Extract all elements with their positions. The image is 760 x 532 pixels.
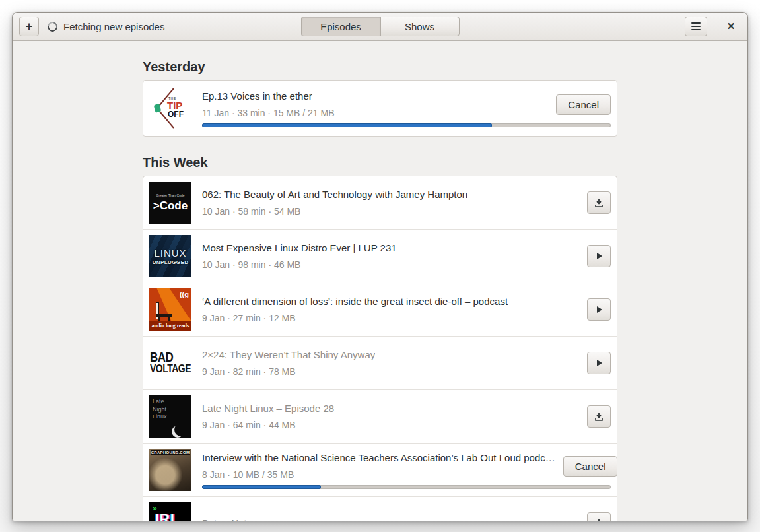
- play-icon: [594, 304, 604, 315]
- podcast-cover-audio-long-reads: ((g audio long reads: [149, 288, 191, 331]
- play-icon: [594, 251, 604, 261]
- podcast-cover-the-tip-off: THE TIP OFF: [149, 87, 191, 129]
- download-episode-button[interactable]: [587, 512, 611, 521]
- episode-row-guardian: ((g audio long reads: [143, 283, 617, 336]
- code-logo-top: Greater Than Code: [156, 193, 185, 197]
- hamburger-icon: [691, 22, 701, 30]
- headerbar-separator: [714, 18, 714, 35]
- lnl-logo-line2: Night: [153, 406, 191, 414]
- close-window-button[interactable]: ✕: [721, 17, 741, 36]
- crescent-moon-icon: [174, 423, 188, 436]
- cancel-download-button[interactable]: Cancel: [563, 456, 618, 477]
- tipoff-logo-off: OFF: [168, 110, 184, 118]
- podcast-cover-bad-voltage: BAD VOLTAGE: [149, 342, 191, 384]
- menu-button[interactable]: [685, 17, 707, 36]
- headerbar-right: ✕: [685, 17, 741, 36]
- episode-title: Interview with the National Science Teac…: [202, 451, 555, 465]
- code-logo-main: >Code: [153, 199, 188, 213]
- download-progress-fill: [202, 485, 321, 489]
- this-week-card: Greater Than Code >Code 062: The Beauty …: [143, 176, 617, 521]
- download-progressbar: [202, 485, 611, 489]
- episode-title: Most Expensive Linux Distro Ever | LUP 2…: [202, 242, 397, 255]
- lup-logo-line1: LINUX: [154, 248, 186, 259]
- add-podcast-button[interactable]: +: [19, 17, 39, 36]
- loading-spinner-icon: [46, 20, 59, 33]
- section-heading-yesterday: Yesterday: [143, 59, 617, 75]
- podcast-cover-greater-than-code: Greater Than Code >Code: [149, 182, 191, 224]
- play-episode-button[interactable]: [587, 245, 611, 267]
- episode-meta: 9 Jan · 27 min · 12 MB: [202, 312, 508, 324]
- plus-icon: +: [26, 20, 33, 34]
- episode-row-badvoltage: BAD VOLTAGE 2×24: They Weren’t That Shin…: [143, 336, 617, 389]
- episode-row-craphound: CRAPHOUND.COM Interview with the Nationa…: [143, 443, 617, 496]
- cancel-button-label: Cancel: [575, 461, 606, 472]
- episode-row-lup: LINUX UNPLUGGED Most Expensive Linux Dis…: [143, 229, 617, 283]
- episodes-scroll-area[interactable]: Yesterday THE TIP OFF: [13, 41, 747, 521]
- lnl-logo-line3: Linux: [153, 413, 191, 421]
- tab-shows-label: Shows: [405, 21, 434, 32]
- episode-meta: 11 Jan · 33 min · 15 MB / 21 MB: [202, 107, 335, 119]
- download-progress-fill: [202, 123, 492, 127]
- download-icon: [594, 197, 604, 208]
- podcast-cover-craphound: CRAPHOUND.COM: [149, 449, 191, 491]
- tipoff-logo-tip: TIP: [167, 100, 184, 110]
- episode-meta: 10 Jan · 98 min · 46 MB: [202, 259, 397, 271]
- episode-row-latenightlinux: Late Night Linux Late Night Linux – Epis…: [143, 389, 617, 443]
- episode-meta: 9 Jan · 82 min · 78 MB: [202, 366, 375, 378]
- episode-meta: 9 Jan · 64 min · 44 MB: [202, 419, 334, 431]
- episodes-page: Yesterday THE TIP OFF: [143, 59, 617, 521]
- episode-title: 062: The Beauty of Art and Technology wi…: [202, 188, 467, 201]
- download-progressbar: [202, 123, 611, 127]
- headerbar: + Fetching new episodes Episodes Shows ✕: [13, 13, 747, 41]
- app-window: + Fetching new episodes Episodes Shows ✕: [12, 12, 748, 521]
- guardian-band-label: audio long reads: [149, 321, 191, 331]
- lup-logo-line2: UNPLUGGED: [153, 259, 189, 265]
- tab-episodes[interactable]: Episodes: [301, 17, 380, 36]
- cancel-download-button[interactable]: Cancel: [556, 94, 611, 115]
- download-icon: [594, 411, 604, 422]
- section-heading-this-week: This Week: [143, 155, 617, 170]
- episode-title: Ep.13 Voices in the ether: [202, 90, 335, 103]
- download-episode-button[interactable]: [587, 191, 611, 214]
- guardian-roundel-icon: ((g: [180, 290, 189, 298]
- play-episode-button[interactable]: [587, 352, 611, 374]
- cancel-button-label: Cancel: [568, 99, 599, 110]
- tab-episodes-label: Episodes: [320, 21, 361, 32]
- craphound-band-label: CRAPHOUND.COM: [151, 450, 190, 455]
- episode-row-tipoff: THE TIP OFF Ep.13 Voices in the ether 11…: [143, 81, 617, 136]
- podcast-cover-irl: » IRL: [149, 502, 191, 521]
- play-icon: [594, 358, 604, 368]
- episode-title: Late Night Linux – Episode 28: [202, 402, 334, 415]
- badvoltage-logo-line2: VOLTAGE: [150, 362, 191, 374]
- episode-title: ‘A different dimension of loss’: inside …: [202, 295, 508, 308]
- chair-icon: [152, 301, 174, 323]
- status-text: Fetching new episodes: [63, 21, 164, 32]
- scroll-undershoot-indicator: [13, 519, 747, 519]
- podcast-cover-linux-unplugged: LINUX UNPLUGGED: [149, 235, 191, 277]
- download-episode-button[interactable]: [587, 405, 611, 428]
- episode-title: 2×24: They Weren’t That Shiny Anyway: [202, 349, 375, 362]
- lnl-logo-line1: Late: [153, 398, 191, 406]
- episode-meta: 10 Jan · 58 min · 54 MB: [202, 205, 467, 217]
- episode-row-irl: » IRL Bot or Not: [143, 496, 617, 521]
- play-episode-button[interactable]: [587, 298, 611, 321]
- episode-meta: 8 Jan · 10 MB / 35 MB: [202, 469, 555, 481]
- view-switcher: Episodes Shows: [301, 17, 460, 36]
- podcast-cover-late-night-linux: Late Night Linux: [149, 395, 191, 438]
- episode-row-code: Greater Than Code >Code 062: The Beauty …: [143, 176, 617, 229]
- close-icon: ✕: [727, 20, 736, 32]
- yesterday-card: THE TIP OFF Ep.13 Voices in the ether 11…: [143, 80, 617, 137]
- tab-shows[interactable]: Shows: [380, 17, 460, 36]
